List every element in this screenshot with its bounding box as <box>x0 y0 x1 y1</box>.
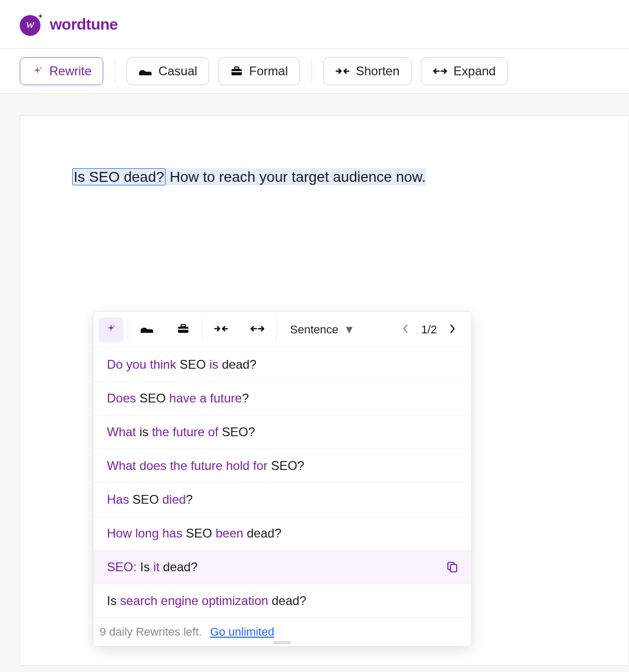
sparkle-icon: ✦ <box>37 12 44 20</box>
popover-expand-button[interactable] <box>245 317 270 342</box>
sparkle-icon <box>106 324 116 336</box>
brand-logo[interactable]: w ✦ wordtune <box>20 13 118 36</box>
quota-text: 9 daily Rewrites left. <box>100 625 202 639</box>
trailing-text: How to reach your target audience now. <box>166 168 426 185</box>
selected-text[interactable]: Is SEO dead? <box>72 168 166 185</box>
svg-rect-4 <box>181 325 185 327</box>
caret-down-icon: ▼ <box>344 323 355 337</box>
scope-selector[interactable]: Sentence ▼ <box>281 323 364 337</box>
brand-mark: w ✦ <box>20 13 43 36</box>
sneaker-icon <box>139 66 152 76</box>
suggestions-popover: Sentence ▼ 1/2 Do you think SEO is dead?… <box>93 311 472 647</box>
suggestion-item[interactable]: What is the future of SEO? <box>93 415 471 449</box>
page-count: 1/2 <box>421 323 437 337</box>
popover-rewrite-button[interactable] <box>99 317 124 342</box>
shorten-button[interactable]: Shorten <box>323 57 412 85</box>
suggestion-item[interactable]: How long has SEO been dead? <box>93 517 471 550</box>
suggestion-item[interactable]: Do you think SEO is dead? <box>93 348 471 382</box>
app-header: w ✦ wordtune <box>0 0 629 49</box>
popover-divider <box>128 318 128 342</box>
rewrite-label: Rewrite <box>49 64 91 78</box>
suggestion-item[interactable]: SEO: Is it dead? <box>93 550 471 584</box>
shorten-label: Shorten <box>356 64 400 78</box>
toolbar-divider <box>311 60 312 83</box>
content-area: Is SEO dead? How to reach your target au… <box>0 93 629 672</box>
document: Is SEO dead? How to reach your target au… <box>20 115 629 666</box>
suggestion-list[interactable]: Do you think SEO is dead?Does SEO have a… <box>93 348 471 617</box>
suggestion-text: Is search engine optimization dead? <box>107 594 306 608</box>
casual-label: Casual <box>158 64 197 78</box>
drag-handle[interactable] <box>274 641 291 644</box>
sneaker-icon <box>140 324 154 336</box>
suggestion-text: What is the future of SEO? <box>107 425 255 439</box>
expand-icon <box>250 325 265 335</box>
suggestion-item[interactable]: What does the future hold for SEO? <box>93 449 471 483</box>
sparkle-icon <box>32 65 43 77</box>
svg-rect-12 <box>450 565 457 572</box>
rewrite-button[interactable]: Rewrite <box>20 57 103 85</box>
suggestion-text: Do you think SEO is dead? <box>107 357 256 372</box>
suggestion-text: What does the future hold for SEO? <box>107 459 304 473</box>
suggestion-text: Has SEO died? <box>107 492 193 507</box>
popover-shorten-button[interactable] <box>209 317 234 342</box>
brand-name: wordtune <box>50 16 118 33</box>
suggestion-item[interactable]: Has SEO died? <box>93 483 471 517</box>
popover-divider <box>276 318 277 342</box>
svg-rect-2 <box>231 71 242 72</box>
shorten-icon <box>335 67 350 75</box>
next-page-button[interactable] <box>446 320 459 340</box>
go-unlimited-link[interactable]: Go unlimited <box>210 625 275 639</box>
briefcase-icon <box>230 66 243 76</box>
popover-toolbar: Sentence ▼ 1/2 <box>93 312 471 348</box>
popover-footer: 9 daily Rewrites left. Go unlimited <box>93 617 471 646</box>
shorten-icon <box>214 325 228 335</box>
expand-label: Expand <box>454 64 496 78</box>
popover-casual-button[interactable] <box>134 317 159 342</box>
suggestion-item[interactable]: Is search engine optimization dead? <box>93 584 471 617</box>
copy-icon[interactable] <box>447 561 458 573</box>
suggestion-text: How long has SEO been dead? <box>107 526 281 541</box>
main-toolbar: Rewrite Casual Formal Shorten Expand <box>0 49 629 93</box>
popover-divider <box>202 318 202 342</box>
casual-button[interactable]: Casual <box>127 57 209 85</box>
suggestion-text: Does SEO have a future? <box>107 391 249 406</box>
suggestion-item[interactable]: Does SEO have a future? <box>93 382 471 415</box>
pager: 1/2 <box>399 320 467 340</box>
briefcase-icon <box>177 324 189 336</box>
scope-label: Sentence <box>290 323 338 337</box>
popover-formal-button[interactable] <box>171 317 196 342</box>
formal-button[interactable]: Formal <box>218 57 300 85</box>
expand-icon <box>433 67 447 75</box>
toolbar-divider <box>115 60 115 83</box>
suggestion-text: SEO: Is it dead? <box>107 560 198 574</box>
svg-rect-1 <box>235 67 239 69</box>
expand-button[interactable]: Expand <box>421 57 508 85</box>
formal-label: Formal <box>249 64 288 78</box>
editor-line[interactable]: Is SEO dead? How to reach your target au… <box>72 167 628 188</box>
svg-rect-5 <box>178 329 188 330</box>
prev-page-button[interactable] <box>399 320 412 340</box>
